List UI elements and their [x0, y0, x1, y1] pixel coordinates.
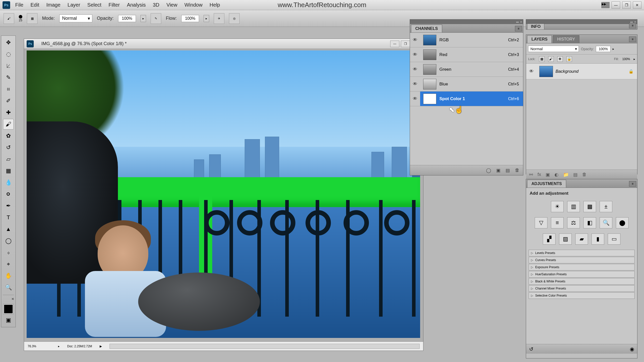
- tab-adjustments[interactable]: ADJUSTMENTS: [527, 180, 566, 188]
- opacity-flyout[interactable]: ▸: [140, 15, 146, 22]
- layer-opacity-value[interactable]: 100%: [596, 46, 611, 52]
- layer-style-icon[interactable]: fx: [538, 172, 541, 177]
- healing-tool[interactable]: ✚: [3, 107, 14, 118]
- panel-menu-icon[interactable]: ≡: [515, 26, 522, 31]
- channel-row[interactable]: 👁 Green Ctrl+4: [410, 62, 523, 77]
- menu-file[interactable]: File: [15, 2, 23, 8]
- foreground-color-swatch[interactable]: [4, 304, 13, 314]
- preset-item[interactable]: ▷Channel Mixer Presets: [529, 285, 635, 292]
- brush-panel-toggle[interactable]: ▦: [27, 13, 38, 24]
- history-brush-tool[interactable]: ↺: [3, 142, 14, 153]
- menu-layer[interactable]: Layer: [67, 2, 80, 8]
- visibility-eye-icon[interactable]: 👁: [410, 92, 420, 106]
- type-tool[interactable]: T: [3, 212, 14, 223]
- tab-info[interactable]: INFO: [527, 24, 544, 29]
- channel-thumbnail[interactable]: [423, 35, 436, 45]
- preset-item[interactable]: ▷Hue/Saturation Presets: [529, 271, 635, 278]
- layer-mask-icon[interactable]: ▣: [546, 172, 550, 177]
- channel-thumbnail[interactable]: [423, 94, 436, 104]
- menu-help[interactable]: Help: [210, 2, 220, 8]
- flyout-arrow-icon[interactable]: ▸: [634, 57, 635, 61]
- opacity-input[interactable]: 100%: [118, 15, 136, 22]
- airbrush-toggle[interactable]: ✈: [214, 13, 224, 24]
- 3d-camera-tool[interactable]: ⌖: [3, 259, 14, 269]
- adjustment-layer-icon[interactable]: ◐: [554, 172, 559, 177]
- visibility-eye-icon[interactable]: 👁: [410, 81, 420, 87]
- path-select-tool[interactable]: ▲: [3, 224, 14, 234]
- status-menu-arrow[interactable]: ▶: [100, 345, 102, 348]
- tab-channels[interactable]: CHANNELS: [411, 25, 442, 32]
- adjustment-clip-icon[interactable]: ◉: [630, 346, 634, 352]
- curves-icon[interactable]: ▩: [583, 201, 596, 212]
- restore-button[interactable]: ❐: [622, 2, 631, 9]
- delete-layer-icon[interactable]: 🗑: [582, 172, 587, 177]
- menu-image[interactable]: Image: [46, 2, 61, 8]
- visibility-eye-icon[interactable]: 👁: [410, 37, 420, 43]
- levels-icon[interactable]: ▥: [567, 201, 580, 212]
- visibility-eye-icon[interactable]: 👁: [410, 52, 420, 57]
- flow-input[interactable]: 100%: [181, 15, 199, 22]
- fill-value[interactable]: 100%: [622, 57, 630, 61]
- tab-history[interactable]: HISTORY: [553, 35, 579, 43]
- channel-row[interactable]: 👁 RGB Ctrl+2: [410, 33, 523, 47]
- menu-window[interactable]: Window: [184, 2, 202, 8]
- close-button[interactable]: ✕: [633, 2, 641, 9]
- brush-tool[interactable]: 🖌: [3, 119, 14, 130]
- dodge-tool[interactable]: ⭘: [3, 189, 14, 200]
- hue-sat-icon[interactable]: ≡: [551, 217, 564, 228]
- horizontal-scrollbar[interactable]: [110, 344, 420, 349]
- preset-item[interactable]: ▷Black & White Presets: [529, 278, 635, 285]
- quick-select-tool[interactable]: ✎: [3, 72, 14, 83]
- menu-3d[interactable]: 3D: [153, 2, 159, 8]
- exposure-icon[interactable]: ±: [600, 201, 612, 212]
- bw-icon[interactable]: ◧: [583, 217, 596, 228]
- quick-mask-toggle[interactable]: ▣: [3, 315, 14, 325]
- channel-row[interactable]: 👁 Red Ctrl+3: [410, 47, 523, 62]
- delete-channel-icon[interactable]: 🗑: [515, 168, 520, 173]
- menu-view[interactable]: View: [166, 2, 177, 8]
- visibility-eye-icon[interactable]: 👁: [410, 67, 420, 72]
- flow-flyout[interactable]: ▸: [204, 15, 209, 22]
- eraser-tool[interactable]: ▱: [3, 154, 14, 165]
- lock-position-icon[interactable]: ✥: [557, 56, 563, 62]
- threshold-icon[interactable]: ▰: [575, 233, 588, 245]
- stamp-tool[interactable]: ✿: [3, 131, 14, 141]
- blend-mode-select[interactable]: Normal: [59, 14, 92, 22]
- save-selection-icon[interactable]: ▣: [496, 168, 500, 173]
- minimize-button[interactable]: —: [612, 2, 620, 9]
- link-layers-icon[interactable]: ⚯: [529, 172, 533, 177]
- tab-layers[interactable]: LAYERS: [527, 35, 552, 43]
- channel-thumbnail[interactable]: [423, 64, 436, 75]
- lock-transparency-icon[interactable]: ▦: [539, 56, 545, 62]
- doc-minimize-button[interactable]: —: [390, 41, 399, 47]
- doc-maximize-button[interactable]: ❐: [401, 41, 410, 47]
- blur-tool[interactable]: 💧: [3, 177, 14, 188]
- brightness-contrast-icon[interactable]: ☀: [551, 201, 564, 212]
- lock-all-icon[interactable]: 🔒: [566, 56, 572, 62]
- menu-select[interactable]: Select: [87, 2, 101, 8]
- tablet-size-toggle[interactable]: ◎: [229, 13, 240, 24]
- layer-row[interactable]: 👁 Background 🔒: [526, 64, 637, 79]
- swap-colors-icon[interactable]: ⤭: [11, 297, 14, 301]
- document-titlebar[interactable]: Ps IMG_4568.jpg @ 76.3% (Spot Color 1/8)…: [24, 39, 423, 49]
- posterize-icon[interactable]: ▨: [559, 233, 572, 245]
- menu-analysis[interactable]: Analysis: [127, 2, 146, 8]
- channel-row[interactable]: 👁 Spot Color 1 Ctrl+6: [410, 92, 523, 106]
- blend-mode-select[interactable]: Normal: [528, 46, 579, 52]
- tool-preset-picker[interactable]: 🖌: [4, 13, 14, 24]
- channel-thumbnail[interactable]: [423, 79, 436, 89]
- preset-item[interactable]: ▷Curves Presets: [529, 257, 635, 263]
- flyout-arrow-icon[interactable]: ▸: [613, 47, 614, 51]
- channel-mixer-icon[interactable]: ⬤: [616, 217, 629, 228]
- zoom-level[interactable]: 76.3%: [28, 345, 50, 348]
- vibrance-icon[interactable]: ▽: [535, 217, 547, 228]
- panel-menu-icon[interactable]: ≡: [629, 37, 636, 42]
- photo-filter-icon[interactable]: 🔍: [600, 217, 612, 228]
- shape-tool[interactable]: ◯: [3, 236, 14, 246]
- menu-filter[interactable]: Filter: [109, 2, 120, 8]
- zoom-tool[interactable]: 🔍: [3, 282, 14, 293]
- move-tool[interactable]: ✥: [3, 37, 14, 48]
- eyedropper-tool[interactable]: ✐: [3, 96, 14, 106]
- tablet-opacity-toggle[interactable]: ✎: [151, 13, 161, 24]
- selective-color-icon[interactable]: ▭: [608, 233, 620, 245]
